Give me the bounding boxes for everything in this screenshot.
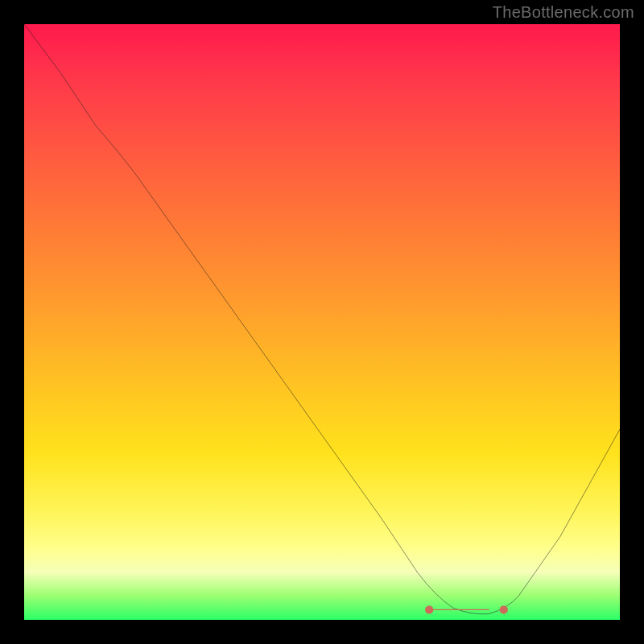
marker-band [425, 605, 508, 613]
svg-point-1 [425, 605, 433, 613]
bottleneck-curve [24, 24, 620, 614]
chart-stage: TheBottleneck.com [0, 0, 644, 644]
chart-overlay [24, 24, 620, 620]
watermark-text: TheBottleneck.com [493, 3, 634, 22]
plot-area [24, 24, 620, 620]
svg-point-2 [500, 605, 508, 613]
